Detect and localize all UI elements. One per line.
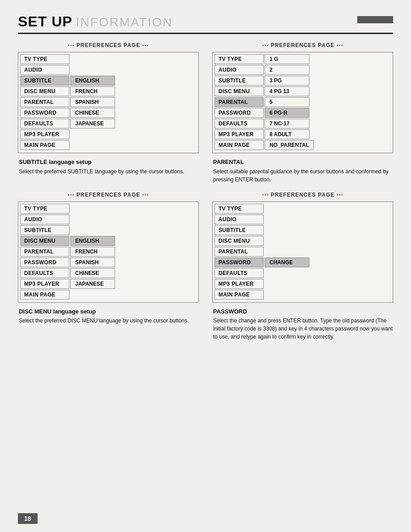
description-title: PARENTAL <box>213 158 393 167</box>
table-row: MP3 PLAYER <box>20 129 197 139</box>
description-title: SUBTITLE language setup <box>19 158 199 167</box>
bottom-right-table: TV TYPE AUDIO SUBTITLE DISC MENU PARENTA… <box>212 202 393 303</box>
table-row: AUDIO <box>214 215 391 224</box>
top-section: --- PREFERENCES PAGE --- TV TYPE AUDIO S… <box>18 42 393 184</box>
table-row: TV TYPE 1 G <box>214 54 391 64</box>
bottom-left-label: --- PREFERENCES PAGE --- <box>18 192 199 198</box>
pref-cell-value: ENGLISH <box>70 236 115 246</box>
pref-cell-label: PASSWORD <box>214 257 264 267</box>
table-row: MP3 PLAYER JAPANESE <box>20 279 197 289</box>
top-left-label: --- PREFERENCES PAGE --- <box>18 42 199 48</box>
bottom-left-description: DISC MENU language setup Select the pref… <box>18 307 199 325</box>
table-row: PARENTAL <box>214 247 391 257</box>
pref-cell-label: PARENTAL <box>214 247 264 257</box>
pref-cell-value: ENGLISH <box>70 76 115 86</box>
pref-cell-label: SUBTITLE <box>20 76 69 86</box>
table-row: AUDIO <box>20 65 197 75</box>
page-subtitle: INFORMATION <box>76 15 173 30</box>
table-row: TV TYPE <box>20 204 197 214</box>
page-header: SET UP INFORMATION <box>18 13 393 34</box>
pref-cell-label: SUBTITLE <box>20 225 69 235</box>
pref-cell-label: MAIN PAGE <box>20 290 69 300</box>
table-row: AUDIO 2 <box>214 65 391 75</box>
pref-cell-value: CHANGE <box>265 257 309 267</box>
description-text: Select the change and press ENTER button… <box>213 317 393 341</box>
pref-cell-label: AUDIO <box>20 215 69 224</box>
pref-cell-value: NO_PARENTAL <box>265 140 314 150</box>
pref-cell-value: CHINESE <box>70 108 115 118</box>
table-row: PARENTAL SPANISH <box>20 97 197 107</box>
pref-cell-label: SUBTITLE <box>214 76 264 86</box>
table-row: PASSWORD CHINESE <box>20 108 197 118</box>
pref-cell-label: MP3 PLAYER <box>20 129 69 139</box>
pref-cell-label: DISC MENU <box>20 236 69 246</box>
pref-cell-label: TV TYPE <box>20 204 69 214</box>
top-right-label: --- PREFERENCES PAGE --- <box>212 42 393 48</box>
top-right-col: --- PREFERENCES PAGE --- TV TYPE 1 G AUD… <box>212 42 393 184</box>
table-row: PASSWORD SPANISH <box>20 257 197 267</box>
pref-cell-label: MAIN PAGE <box>214 290 264 300</box>
pref-cell-value: 3 PG <box>265 76 309 86</box>
pref-cell-label: DEFAULTS <box>214 268 264 278</box>
table-row: DISC MENU FRENCH <box>20 86 197 96</box>
top-left-col: --- PREFERENCES PAGE --- TV TYPE AUDIO S… <box>18 42 199 184</box>
description-text: Select the preferred DISC MENU language … <box>19 317 199 325</box>
pref-cell-label: PASSWORD <box>20 108 69 118</box>
page-number: 18 <box>18 513 38 524</box>
pref-cell-label: DEFAULTS <box>20 268 69 278</box>
pref-cell-value: 8 ADULT <box>265 129 309 139</box>
table-row: SUBTITLE 3 PG <box>214 76 391 86</box>
pref-cell-label: PARENTAL <box>20 97 69 107</box>
description-title: DISC MENU language setup <box>19 307 199 316</box>
bottom-right-description: PASSWORD Select the change and press ENT… <box>212 307 393 341</box>
pref-cell-label: MAIN PAGE <box>214 140 264 150</box>
pref-cell-label: DEFAULTS <box>20 119 69 129</box>
pref-cell-label: MAIN PAGE <box>20 140 69 150</box>
table-row: TV TYPE <box>20 54 197 64</box>
pref-cell-label: MP3 PLAYER <box>20 279 69 289</box>
table-row: TV TYPE <box>214 204 391 214</box>
description-title: PASSWORD <box>213 307 393 316</box>
bottom-left-table: TV TYPE AUDIO SUBTITLE DISC MENU ENGLISH… <box>18 202 199 303</box>
pref-cell-label: TV TYPE <box>20 54 69 64</box>
table-row: PASSWORD CHANGE <box>214 257 391 267</box>
pref-cell-value: SPANISH <box>70 257 115 267</box>
bottom-right-label: --- PREFERENCES PAGE --- <box>212 192 393 198</box>
table-row: DISC MENU ENGLISH <box>20 236 197 246</box>
table-row: AUDIO <box>20 215 197 224</box>
top-left-description: SUBTITLE language setup Select the prefe… <box>18 158 199 176</box>
pref-cell-label: PARENTAL <box>20 247 69 257</box>
description-text: Select the preferred SUBTITLE language b… <box>19 167 199 176</box>
table-row: MP3 PLAYER <box>214 279 391 289</box>
bottom-left-col: --- PREFERENCES PAGE --- TV TYPE AUDIO S… <box>18 192 199 341</box>
pref-cell-label: MP3 PLAYER <box>214 279 264 289</box>
page-title: SET UP <box>18 13 73 30</box>
pref-cell-value: 6 PG-R <box>265 108 309 118</box>
pref-cell-label: DISC MENU <box>214 86 264 96</box>
table-row: MP3 PLAYER 8 ADULT <box>214 129 391 139</box>
table-row: DEFAULTS <box>214 268 391 278</box>
table-row: DISC MENU <box>214 236 391 246</box>
pref-cell-value: 5 <box>265 97 309 107</box>
pref-cell-value: SPANISH <box>70 97 115 107</box>
pref-cell-label: TV TYPE <box>214 54 264 64</box>
top-right-table: TV TYPE 1 G AUDIO 2 SUBTITLE 3 PG DISC M… <box>212 52 393 153</box>
pref-cell-value: 2 <box>265 65 309 75</box>
pref-cell-label: TV TYPE <box>214 204 264 214</box>
table-row: MAIN PAGE <box>20 140 197 150</box>
page: SET UP INFORMATION --- PREFERENCES PAGE … <box>0 0 411 532</box>
bottom-right-col: --- PREFERENCES PAGE --- TV TYPE AUDIO S… <box>212 192 393 341</box>
pref-cell-label: DEFAULTS <box>214 119 264 129</box>
pref-cell-value: 4 PG 13 <box>265 86 309 96</box>
top-right-description: PARENTAL Select suitable parental guidan… <box>212 158 393 184</box>
pref-cell-label: MP3 PLAYER <box>214 129 264 139</box>
pref-cell-value: FRENCH <box>70 247 115 257</box>
pref-cell-label: DISC MENU <box>214 236 264 246</box>
description-text: Select suitable parental guidance by the… <box>213 167 393 184</box>
pref-cell-value: CHINESE <box>70 268 115 278</box>
pref-cell-label: AUDIO <box>20 65 69 75</box>
table-row: SUBTITLE ENGLISH <box>20 76 197 86</box>
pref-cell-label: SUBTITLE <box>214 225 264 235</box>
table-row: SUBTITLE <box>20 225 197 235</box>
top-left-table: TV TYPE AUDIO SUBTITLE ENGLISH DISC MENU… <box>18 52 199 153</box>
